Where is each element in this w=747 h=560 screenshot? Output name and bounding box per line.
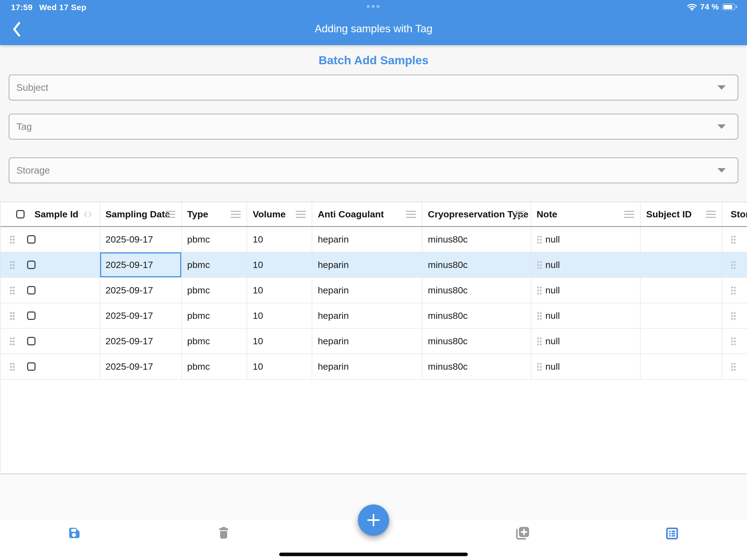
cell-drag-handle-icon[interactable]	[730, 261, 736, 269]
cell-sampling-date-selected[interactable]: 2025-09-17	[100, 252, 182, 277]
row-checkbox[interactable]	[27, 337, 35, 345]
row-checkbox[interactable]	[27, 286, 35, 295]
cell-storage[interactable]	[722, 252, 747, 277]
header-volume[interactable]: Volume	[247, 202, 312, 226]
cell-drag-handle-icon[interactable]	[730, 235, 736, 244]
cell-drag-handle-icon[interactable]	[730, 337, 736, 346]
column-menu-icon[interactable]	[165, 211, 175, 218]
subject-select[interactable]: Subject	[9, 75, 738, 100]
row-checkbox[interactable]	[27, 235, 35, 244]
row-drag-handle-icon[interactable]	[9, 337, 15, 346]
storage-select[interactable]: Storage	[9, 157, 738, 183]
row-checkbox[interactable]	[27, 261, 35, 269]
cell-cryopreservation-type[interactable]: minus80c	[422, 354, 531, 379]
cell-anti-coagulant[interactable]: heparin	[312, 278, 422, 303]
cell-drag-handle-icon[interactable]	[730, 362, 736, 371]
cell-volume[interactable]: 10	[247, 303, 312, 328]
delete-button[interactable]	[219, 527, 228, 539]
row-checkbox[interactable]	[27, 362, 35, 371]
cell-sampling-date[interactable]: 2025-09-17	[100, 278, 182, 303]
column-menu-icon[interactable]	[406, 211, 416, 218]
cell-drag-handle-icon[interactable]	[537, 286, 542, 295]
row-drag-handle-icon[interactable]	[9, 362, 15, 371]
column-menu-icon[interactable]	[296, 211, 306, 218]
row-checkbox[interactable]	[27, 311, 35, 320]
cell-subject-id[interactable]	[641, 329, 722, 354]
cell-note[interactable]: null	[531, 329, 641, 354]
cell-anti-coagulant[interactable]: heparin	[312, 329, 422, 354]
cell-anti-coagulant[interactable]: heparin	[312, 303, 422, 328]
cell-subject-id[interactable]	[641, 303, 722, 328]
cell-type[interactable]: pbmc	[182, 303, 248, 328]
cell-cryopreservation-type[interactable]: minus80c	[422, 252, 531, 277]
cell-note[interactable]: null	[531, 303, 641, 328]
cell-storage[interactable]	[722, 329, 747, 354]
cell-sampling-date[interactable]: 2025-09-17	[100, 329, 182, 354]
cell-note[interactable]: null	[531, 252, 641, 277]
column-menu-icon[interactable]	[624, 211, 634, 218]
cell-volume[interactable]: 10	[247, 252, 312, 277]
select-all-checkbox[interactable]	[16, 210, 25, 219]
header-sample-id[interactable]: Sample Id	[1, 202, 100, 226]
cell-drag-handle-icon[interactable]	[537, 337, 542, 346]
cell-volume[interactable]: 10	[247, 354, 312, 379]
save-button[interactable]	[69, 528, 80, 538]
cell-cryopreservation-type[interactable]: minus80c	[422, 303, 531, 328]
cell-note[interactable]: null	[531, 278, 641, 303]
home-indicator[interactable]	[279, 553, 468, 556]
row-drag-handle-icon[interactable]	[9, 261, 15, 269]
cell-anti-coagulant[interactable]: heparin	[312, 354, 422, 379]
cell-subject-id[interactable]	[641, 278, 722, 303]
cell-cryopreservation-type[interactable]: minus80c	[422, 278, 531, 303]
cell-drag-handle-icon[interactable]	[537, 362, 542, 371]
column-menu-icon[interactable]	[231, 211, 241, 218]
cell-storage[interactable]	[722, 278, 747, 303]
cell-anti-coagulant[interactable]: heparin	[312, 227, 422, 252]
duplicate-rows-button[interactable]	[516, 527, 530, 540]
header-subject-id[interactable]: Subject ID	[641, 202, 722, 226]
cell-note[interactable]: null	[531, 354, 641, 379]
cell-volume[interactable]: 10	[247, 329, 312, 354]
cell-drag-handle-icon[interactable]	[537, 235, 542, 244]
cell-subject-id[interactable]	[641, 227, 722, 252]
cell-drag-handle-icon[interactable]	[537, 311, 542, 320]
list-view-button[interactable]	[666, 528, 678, 539]
cell-type[interactable]: pbmc	[182, 354, 248, 379]
angle-brackets-icon[interactable]	[84, 211, 92, 218]
header-cryopreservation-type[interactable]: Cryopreservation Type	[422, 202, 531, 226]
cell-volume[interactable]: 10	[247, 278, 312, 303]
header-storage[interactable]: Storage	[722, 202, 747, 226]
cell-drag-handle-icon[interactable]	[730, 286, 736, 295]
tag-select[interactable]: Tag	[9, 114, 738, 139]
cell-cryopreservation-type[interactable]: minus80c	[422, 227, 531, 252]
multitasking-dots[interactable]	[367, 5, 380, 8]
cell-volume[interactable]: 10	[247, 227, 312, 252]
column-menu-icon[interactable]	[515, 211, 525, 218]
cell-anti-coagulant[interactable]: heparin	[312, 252, 422, 277]
cell-sampling-date[interactable]: 2025-09-17	[100, 303, 182, 328]
cell-sampling-date[interactable]: 2025-09-17	[100, 227, 182, 252]
header-sampling-date[interactable]: Sampling Date	[100, 202, 182, 226]
row-drag-handle-icon[interactable]	[9, 235, 15, 244]
cell-storage[interactable]	[722, 354, 747, 379]
column-menu-icon[interactable]	[706, 211, 716, 218]
cell-note[interactable]: null	[531, 227, 641, 252]
cell-type[interactable]: pbmc	[182, 278, 248, 303]
cell-type[interactable]: pbmc	[182, 227, 248, 252]
cell-cryopreservation-type[interactable]: minus80c	[422, 329, 531, 354]
cell-drag-handle-icon[interactable]	[537, 261, 542, 269]
cell-subject-id[interactable]	[641, 354, 722, 379]
cell-subject-id[interactable]	[641, 252, 722, 277]
cell-storage[interactable]	[722, 227, 747, 252]
cell-storage[interactable]	[722, 303, 747, 328]
cell-sampling-date[interactable]: 2025-09-17	[100, 354, 182, 379]
cell-type[interactable]: pbmc	[182, 329, 248, 354]
cell-drag-handle-icon[interactable]	[730, 311, 736, 320]
header-type[interactable]: Type	[182, 202, 248, 226]
row-drag-handle-icon[interactable]	[9, 286, 15, 295]
add-row-button[interactable]	[358, 505, 389, 536]
row-drag-handle-icon[interactable]	[9, 311, 15, 320]
cell-type[interactable]: pbmc	[182, 252, 248, 277]
header-note[interactable]: Note	[531, 202, 641, 226]
header-anti-coagulant[interactable]: Anti Coagulant	[312, 202, 422, 226]
